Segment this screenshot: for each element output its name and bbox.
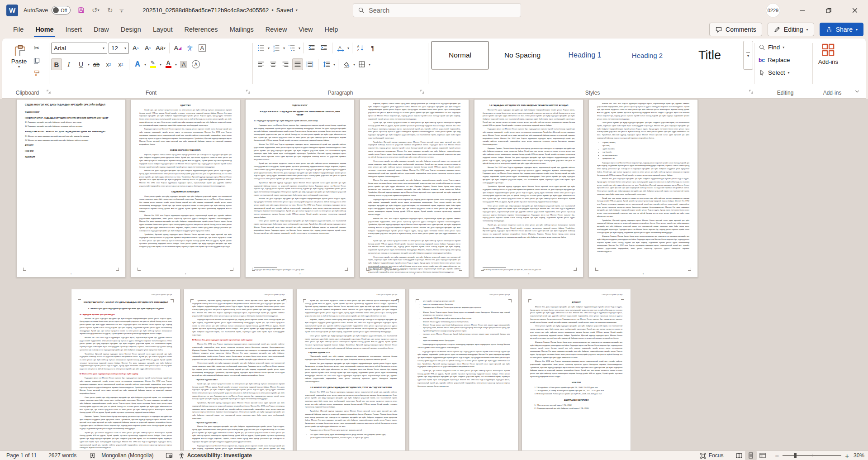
style-no-spacing[interactable]: No Spacing — [493, 41, 551, 70]
shrink-font-button[interactable]: A˅ — [142, 42, 153, 54]
italic-button[interactable]: I — [63, 58, 74, 70]
style-heading-1[interactable]: Heading 1 — [556, 41, 614, 70]
styles-gallery-more-button[interactable]: ▾ — [743, 41, 753, 70]
paste-button[interactable]: Paste ▾ — [9, 42, 29, 82]
zoom-slider[interactable] — [783, 455, 841, 456]
word-logo-icon[interactable]: W — [6, 5, 18, 16]
select-button[interactable]: Select▾ — [759, 67, 790, 79]
tab-draw[interactable]: Draw — [88, 20, 115, 38]
bullets-button[interactable] — [256, 42, 266, 54]
zoom-level[interactable]: 30% — [849, 452, 864, 459]
line-spacing-button[interactable] — [321, 58, 332, 70]
redo-icon[interactable]: ↻ — [105, 5, 115, 15]
distribute-button[interactable] — [304, 58, 315, 70]
document-page-2[interactable]: УДИРТГАЛХүний эрх, эрх чөлөөг хүндэтгэн … — [131, 99, 240, 278]
highlight-color-button[interactable]: ✎ — [147, 58, 158, 70]
underline-button[interactable]: U — [76, 58, 86, 70]
character-border-button[interactable]: A — [197, 42, 208, 54]
document-page-10[interactable]: Олон улсын хувийн эрх зүйулс төрийн сонг… — [409, 289, 518, 450]
tab-review[interactable]: Review — [260, 20, 293, 38]
tab-layout[interactable]: Layout — [147, 20, 179, 38]
strikethrough-button[interactable]: ab — [91, 58, 102, 70]
document-page-8[interactable]: Олон улсын хувийн эрх зүйТухайлбал, Иргэ… — [184, 289, 293, 450]
language-indicator[interactable]: Mongolian (Mongolia) — [99, 452, 156, 459]
copy-button[interactable] — [31, 56, 42, 66]
align-left-button[interactable] — [256, 58, 266, 70]
zoom-out-button[interactable]: − — [775, 452, 779, 459]
show-formatting-marks-button[interactable]: ¶ — [367, 42, 378, 54]
text-effects-chevron-icon[interactable]: ▾ — [144, 62, 146, 67]
styles-dialog-launcher[interactable] — [749, 89, 755, 96]
enclose-characters-button[interactable]: A — [190, 58, 201, 70]
bullets-chevron-icon[interactable]: ▾ — [268, 46, 270, 50]
borders-chevron-icon[interactable]: ▾ — [369, 62, 370, 67]
minimize-button[interactable] — [789, 0, 816, 20]
focus-mode-button[interactable]: Focus — [697, 451, 726, 460]
bold-button[interactable]: B — [51, 58, 62, 70]
font-dialog-launcher[interactable] — [246, 89, 252, 96]
document-canvas[interactable]: СЭДЭВ: МОНГОЛ УЛС ДАХЬ ГАДААДЫН ИРГЭДИЙН… — [0, 99, 868, 450]
tab-help[interactable]: Help — [319, 20, 344, 38]
multilevel-list-button[interactable] — [286, 42, 297, 54]
document-page-6[interactable]: Монгол Улс 1992 оны Үндсэн хуулиараа гад… — [588, 99, 698, 278]
asian-layout-button[interactable]: A — [335, 42, 346, 54]
underline-options-chevron-icon[interactable]: ▾ — [88, 62, 90, 67]
numbering-button[interactable]: 123 — [271, 42, 282, 54]
subscript-button[interactable]: x2 — [103, 58, 114, 70]
find-button[interactable]: Find▾ — [759, 41, 784, 53]
font-color-button[interactable]: A — [163, 58, 174, 70]
align-right-button[interactable] — [280, 58, 291, 70]
web-layout-button[interactable] — [757, 451, 768, 460]
tab-view[interactable]: View — [293, 20, 318, 38]
document-page-5[interactable]: 1.2 ГАДААДЫН ИРГЭДИЙН ЭРХ ЗҮЙН БАЙДЛЫН Т… — [474, 99, 583, 278]
decrease-indent-button[interactable] — [306, 42, 317, 54]
superscript-button[interactable]: x2 — [115, 58, 126, 70]
editing-mode-button[interactable]: Editing ▾ — [768, 23, 814, 36]
qat-customize-icon[interactable]: —▾ — [119, 9, 123, 12]
clear-formatting-button[interactable]: A◢ — [172, 42, 183, 54]
document-page-11[interactable]: Олон улсын хувийн эрх зүйДҮГНЭЛТМонгол У… — [522, 289, 631, 450]
format-painter-button[interactable] — [31, 68, 42, 78]
page-indicator[interactable]: Page 1 of 11 — [4, 452, 39, 459]
increase-indent-button[interactable] — [318, 42, 329, 54]
proofing-status-icon[interactable] — [86, 452, 99, 459]
phonetic-guide-button[interactable]: abcA — [185, 42, 195, 54]
document-page-7[interactable]: Олон улсын хувийн эрх зүйХОЁРДУГААР БҮЛЭ… — [71, 289, 180, 450]
tab-mailings[interactable]: Mailings — [224, 20, 260, 38]
text-predictions-icon[interactable] — [163, 452, 175, 459]
search-input[interactable]: Search — [353, 3, 521, 17]
highlight-chevron-icon[interactable]: ▾ — [160, 62, 161, 67]
justify-button[interactable] — [292, 58, 303, 70]
document-page-4[interactable]: Израиль, Герман, Польш болон бусад олон … — [360, 99, 469, 278]
change-case-button[interactable]: Aa▾ — [155, 42, 166, 54]
tab-home[interactable]: Home — [29, 20, 59, 38]
restore-button[interactable] — [816, 0, 842, 20]
align-center-button[interactable] — [268, 58, 279, 70]
multilevel-chevron-icon[interactable]: ▾ — [299, 46, 300, 50]
text-effects-button[interactable]: A — [132, 58, 143, 70]
tab-design[interactable]: Design — [115, 20, 147, 38]
print-layout-button[interactable] — [745, 451, 757, 460]
numbering-chevron-icon[interactable]: ▾ — [283, 46, 285, 50]
tab-insert[interactable]: Insert — [60, 20, 88, 38]
close-button[interactable] — [842, 0, 868, 20]
collapse-ribbon-icon[interactable] — [854, 88, 860, 95]
font-color-chevron-icon[interactable]: ▾ — [175, 62, 177, 67]
document-page-1[interactable]: СЭДЭВ: МОНГОЛ УЛС ДАХЬ ГАДААДЫН ИРГЭДИЙН… — [16, 99, 126, 278]
grow-font-button[interactable]: A˄ — [130, 42, 141, 54]
tab-file[interactable]: File — [7, 20, 29, 38]
accessibility-checker[interactable]: Accessibility: Investigate — [175, 452, 255, 459]
addins-button[interactable]: Add-ins — [818, 43, 838, 65]
cut-button[interactable]: ✂ — [31, 43, 42, 53]
share-button[interactable]: Share ▾ — [820, 23, 863, 36]
style-normal[interactable]: Normal — [431, 41, 489, 70]
autosave-toggle[interactable]: Off — [52, 6, 71, 14]
sort-button[interactable]: AZ — [355, 42, 366, 54]
font-name-combobox[interactable]: Arial▾ — [51, 43, 107, 54]
document-title[interactable]: 202510_02588d8b6ad5ce712b9c4c8ac2d05562 … — [142, 7, 298, 14]
zoom-slider-thumb[interactable] — [794, 453, 797, 458]
tab-references[interactable]: References — [178, 20, 223, 38]
undo-icon[interactable]: ↺▾ — [90, 5, 100, 15]
comments-button[interactable]: Comments — [709, 23, 762, 36]
document-page-9[interactable]: Олон улсын хувийн эрх зүйХүний эрх, эрх … — [296, 289, 406, 450]
